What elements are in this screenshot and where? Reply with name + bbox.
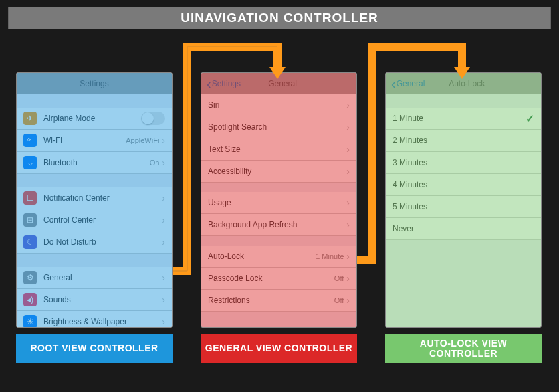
chevron-right-icon: › [162, 316, 165, 327]
settings-row[interactable]: ◂)Sounds› [17, 289, 172, 311]
general-view-screen: Settings General Siri›Spotlight Search›T… [201, 72, 357, 328]
settings-row[interactable]: Passcode LockOff› [201, 268, 356, 290]
row-label: 4 Minutes [393, 180, 534, 189]
row-label: Siri [208, 100, 346, 110]
settings-row[interactable]: 1 Minute✓ [386, 108, 541, 130]
settings-row[interactable]: ⌵BluetoothOn› [17, 152, 172, 174]
settings-row[interactable]: Spotlight Search› [201, 116, 356, 138]
settings-row[interactable]: RestrictionsOff› [201, 290, 356, 312]
toggle-switch[interactable] [141, 112, 165, 125]
settings-row[interactable]: Text Size› [201, 138, 356, 161]
settings-row[interactable]: ᯤWi-FiAppleWiFi› [17, 130, 172, 152]
row-label: 1 Minute [393, 114, 526, 123]
nav-title: General [214, 79, 351, 88]
row-label: Wi-Fi [43, 136, 126, 145]
row-label: Usage [208, 198, 346, 207]
settings-row[interactable]: Accessibility› [201, 161, 356, 183]
row-label: 3 Minutes [393, 158, 534, 167]
chevron-right-icon: › [346, 100, 350, 110]
settings-row[interactable]: 3 Minutes [386, 152, 541, 174]
nav-title: Settings [22, 79, 166, 88]
settings-row[interactable]: 2 Minutes [386, 130, 541, 152]
general-badge: GENERAL VIEW CONTROLLER [201, 334, 357, 363]
chevron-right-icon: › [162, 193, 165, 203]
chevron-right-icon: › [162, 272, 165, 283]
chevron-right-icon: › [162, 237, 165, 248]
row-value: Off [334, 296, 344, 304]
chevron-right-icon: › [162, 135, 165, 146]
chevron-right-icon: › [346, 197, 350, 208]
settings-row[interactable]: ☾Do Not Disturb› [17, 231, 172, 254]
row-label: Sounds [43, 295, 162, 304]
chevron-right-icon: › [346, 166, 350, 177]
settings-row[interactable]: Background App Refresh› [201, 214, 356, 236]
chevron-right-icon: › [162, 215, 165, 225]
row-label: 5 Minutes [393, 202, 534, 211]
row-value: Off [334, 274, 344, 282]
chevron-right-icon: › [346, 122, 350, 132]
chevron-right-icon: › [346, 251, 350, 262]
row-label: Never [393, 224, 534, 233]
row-label: Text Size [208, 144, 346, 154]
root-view-screen: Settings ✈Airplane ModeᯤWi-FiAppleWiFi›⌵… [16, 72, 173, 328]
row-label: 2 Minutes [393, 136, 534, 145]
row-icon: ☐ [23, 191, 37, 205]
diagram-header: UINAVIGATION CONTROLLER [8, 7, 551, 29]
row-value: On [150, 159, 160, 167]
row-label: Restrictions [208, 296, 334, 305]
settings-row[interactable]: ⊟Control Center› [17, 209, 172, 231]
row-label: Airplane Mode [43, 114, 141, 123]
settings-row[interactable]: ☐Notification Center› [17, 187, 172, 209]
section-gap [386, 94, 541, 108]
row-icon: ☀ [23, 315, 37, 328]
chevron-right-icon: › [346, 144, 350, 155]
settings-row[interactable]: ⚙General› [17, 267, 172, 289]
settings-row[interactable]: Never [386, 218, 541, 240]
chevron-right-icon: › [346, 219, 350, 230]
row-value: 1 Minute [316, 252, 344, 260]
row-label: Brightness & Wallpaper [43, 317, 162, 326]
settings-row[interactable]: ☀Brightness & Wallpaper› [17, 311, 172, 328]
section-gap [17, 254, 172, 267]
chevron-right-icon: › [162, 294, 165, 305]
settings-row[interactable]: 4 Minutes [386, 174, 541, 196]
checkmark-icon: ✓ [526, 112, 534, 125]
row-label: Background App Refresh [208, 220, 346, 229]
settings-row[interactable]: ✈Airplane Mode [17, 108, 172, 130]
row-label: Do Not Disturb [43, 237, 162, 247]
settings-row[interactable]: Usage› [201, 192, 356, 214]
chevron-right-icon: › [346, 295, 350, 306]
row-icon: ᯤ [23, 134, 37, 147]
nav-header: Settings [17, 73, 172, 94]
row-label: Control Center [43, 215, 162, 225]
row-label: Bluetooth [43, 158, 150, 167]
section-gap [17, 174, 172, 187]
row-label: Auto-Lock [208, 252, 316, 261]
row-label: Passcode Lock [208, 274, 334, 283]
nav-header: Settings General [201, 73, 356, 94]
nav-header: General Auto-Lock [386, 73, 541, 94]
section-gap [201, 183, 356, 192]
row-icon: ☾ [23, 235, 37, 249]
autolock-view-screen: General Auto-Lock 1 Minute✓2 Minutes3 Mi… [385, 72, 542, 328]
row-icon: ◂) [23, 293, 37, 306]
row-label: Notification Center [43, 193, 162, 203]
section-gap [201, 236, 356, 246]
chevron-right-icon: › [162, 157, 165, 168]
settings-row[interactable]: Siri› [201, 94, 356, 116]
row-label: Accessibility [208, 167, 346, 176]
nav-title: Auto-Lock [398, 79, 536, 88]
settings-row[interactable]: Auto-Lock1 Minute› [201, 246, 356, 268]
row-icon: ⚙ [23, 271, 37, 284]
section-gap [17, 94, 172, 108]
autolock-badge: AUTO-LOCK VIEW CONTROLLER [385, 334, 542, 363]
settings-row[interactable]: 5 Minutes [386, 196, 541, 218]
row-icon: ⌵ [23, 156, 37, 169]
row-label: Spotlight Search [208, 122, 346, 132]
row-label: General [43, 273, 162, 282]
root-badge: ROOT VIEW CONTROLLER [16, 334, 173, 363]
row-value: AppleWiFi [126, 136, 159, 144]
chevron-right-icon: › [346, 273, 350, 284]
row-icon: ✈ [23, 112, 37, 125]
row-icon: ⊟ [23, 213, 37, 227]
